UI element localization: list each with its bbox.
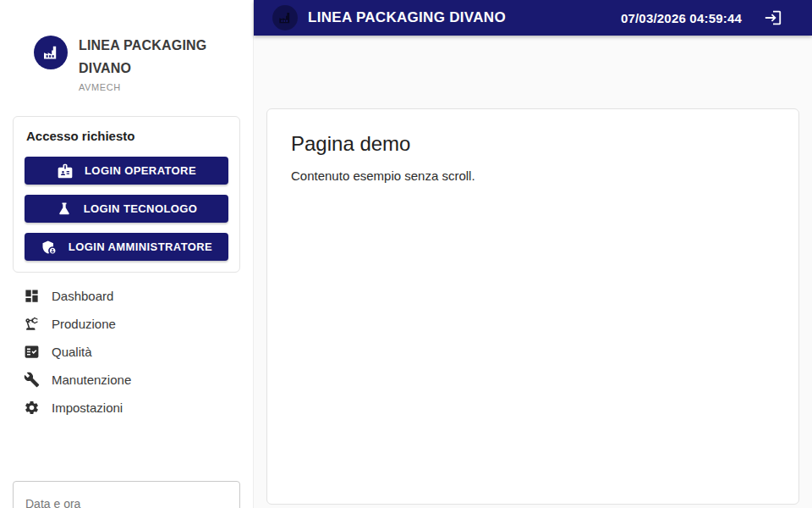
- factory-icon: [41, 42, 61, 63]
- header-factory-badge: [272, 5, 298, 30]
- gear-icon: [24, 400, 40, 416]
- header-title: LINEA PACKAGING DIVANO: [308, 9, 506, 26]
- main-content: Pagina demo Contenuto esempio senza scro…: [254, 36, 812, 508]
- datetime-input[interactable]: Data e ora: [13, 481, 240, 508]
- login-icon[interactable]: [764, 8, 782, 27]
- access-required-card: Accesso richiesto LOGIN OPERATORE LOGIN …: [13, 116, 240, 273]
- robot-arm-icon: [24, 316, 40, 332]
- login-admin-label: LOGIN AMMINISTRATORE: [69, 240, 212, 253]
- science-flask-icon: [56, 201, 73, 218]
- sidebar-item-qualita[interactable]: Qualità: [0, 338, 253, 366]
- logo-text: LINEA PACKAGING DIVANO AVMECH: [79, 34, 206, 92]
- sidebar: LINEA PACKAGING DIVANO AVMECH Accesso ri…: [0, 0, 254, 508]
- demo-page-card: Pagina demo Contenuto esempio senza scro…: [266, 108, 799, 505]
- header-datetime: 07/03/2026 04:59:44: [621, 11, 742, 25]
- login-technologist-button[interactable]: LOGIN TECNOLOGO: [25, 195, 228, 223]
- app-title-line2: DIVANO: [79, 57, 206, 80]
- sidebar-menu: Dashboard Produzione Qualità: [0, 282, 253, 422]
- login-operator-label: LOGIN OPERATORE: [85, 164, 196, 177]
- sidebar-item-impostazioni[interactable]: Impostazioni: [0, 394, 253, 422]
- logo-section: LINEA PACKAGING DIVANO AVMECH: [0, 0, 253, 92]
- header-bar: LINEA PACKAGING DIVANO 07/03/2026 04:59:…: [254, 0, 812, 36]
- datetime-input-label: Data e ora: [25, 497, 80, 508]
- access-required-heading: Accesso richiesto: [26, 129, 227, 143]
- sidebar-item-label: Impostazioni: [52, 400, 123, 415]
- app-subtitle: AVMECH: [79, 82, 206, 92]
- login-operator-button[interactable]: LOGIN OPERATORE: [25, 157, 228, 185]
- sidebar-item-dashboard[interactable]: Dashboard: [0, 282, 253, 310]
- factory-icon: [277, 9, 294, 26]
- wrench-icon: [24, 372, 40, 388]
- sidebar-item-label: Produzione: [52, 317, 116, 331]
- login-technologist-label: LOGIN TECNOLOGO: [84, 202, 198, 215]
- sidebar-item-label: Qualità: [52, 345, 92, 359]
- badge-icon: [57, 163, 74, 179]
- sidebar-item-label: Dashboard: [52, 289, 113, 303]
- app-title-line1: LINEA PACKAGING: [79, 34, 206, 57]
- sidebar-item-label: Manutenzione: [52, 373, 131, 387]
- page-body-text: Contenuto esempio senza scroll.: [291, 168, 775, 183]
- sidebar-item-manutenzione[interactable]: Manutenzione: [0, 366, 253, 394]
- sidebar-item-produzione[interactable]: Produzione: [0, 310, 253, 338]
- login-admin-button[interactable]: LOGIN AMMINISTRATORE: [25, 233, 228, 261]
- admin-shield-icon: [41, 239, 58, 256]
- fact-check-icon: [24, 344, 40, 360]
- page-title: Pagina demo: [291, 132, 775, 156]
- logo-avatar: [34, 36, 68, 69]
- dashboard-icon: [24, 288, 40, 304]
